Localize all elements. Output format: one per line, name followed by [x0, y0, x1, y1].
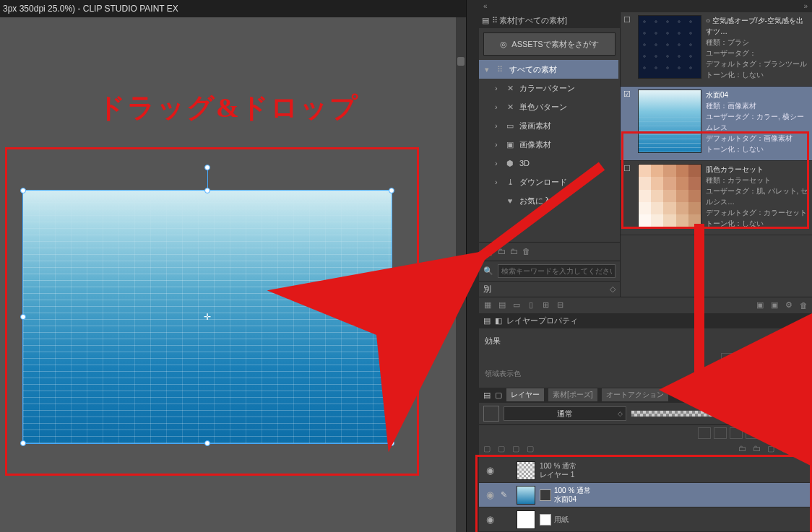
layer-action-icon[interactable]: ▢ [527, 444, 538, 454]
effect-icon[interactable] [793, 353, 806, 365]
folder-new-icon[interactable]: 🗀 [498, 247, 506, 256]
merge-icon[interactable]: ▢ [782, 444, 793, 454]
merge-icon[interactable]: ▢ [767, 444, 779, 454]
panel-icon: ◧ [495, 316, 502, 326]
layer-palette-button[interactable] [483, 406, 499, 422]
collapse-icon[interactable]: « [483, 2, 488, 10]
menu-icon[interactable]: ▤ [483, 316, 491, 326]
material-search-input[interactable] [498, 264, 616, 278]
resize-handle-br[interactable] [389, 440, 394, 446]
resize-handle-mr[interactable] [389, 314, 394, 320]
material-thumbnail-water: ✎ [638, 90, 701, 153]
resize-handle-bl[interactable] [20, 440, 26, 446]
trash-icon[interactable]: 🗑 [796, 444, 808, 454]
effect-icon[interactable] [779, 353, 792, 365]
tree-item-3d[interactable]: ›⬢3D [479, 154, 618, 173]
vertical-scrollbar[interactable] [456, 17, 466, 532]
grip-icon[interactable]: ⠿ [492, 16, 496, 25]
assets-search-button[interactable]: ◎ ASSETSで素材をさがす [483, 32, 616, 56]
new-layer-icon[interactable]: ▢ [498, 444, 509, 454]
collapse-icon-right[interactable]: » [803, 2, 808, 10]
effect-icon[interactable] [721, 353, 734, 365]
layer-lock-icon[interactable] [714, 427, 727, 439]
tree-root-all-materials[interactable]: ▾ ⠿ すべての素材 [479, 60, 618, 79]
resize-handle-bc[interactable] [204, 440, 210, 446]
layer-lock-icon[interactable] [730, 427, 743, 439]
tree-item-favorite[interactable]: ♥お気に入り [479, 191, 618, 210]
pattern-icon: ✕ [505, 83, 515, 93]
tree-item-color-pattern[interactable]: ›✕カラーパターン [479, 79, 618, 97]
transform-center-icon[interactable]: ✛ [203, 313, 212, 321]
opacity-value[interactable]: 100▸ [783, 406, 808, 421]
folder-icon[interactable]: 🗀 [510, 247, 518, 256]
dropdown-icon[interactable]: ◇ [610, 284, 616, 294]
resize-handle-tr[interactable] [389, 188, 394, 193]
visibility-eye-icon[interactable]: ◉ [483, 514, 496, 525]
tree-item-label: ダウンロード [519, 177, 567, 188]
placed-material-transform[interactable]: ✛ [23, 191, 392, 443]
search-icon: 🔍 [483, 266, 493, 276]
menu-icon[interactable]: ▤ [482, 16, 489, 25]
layer-lock-icon[interactable] [777, 427, 790, 439]
materials-panel-tab[interactable]: ▤ ⠿ 素材[すべての素材] [479, 12, 620, 28]
material-thumbnail [638, 15, 701, 79]
layer-lock-icon[interactable] [746, 427, 759, 439]
blend-mode-select[interactable]: 通常 [504, 406, 626, 421]
effect-icon[interactable] [764, 353, 777, 365]
layer-row-selected[interactable]: ◉ ✎ 100 % 通常 水面04 [479, 483, 812, 507]
tree-item-manga[interactable]: ›▭漫画素材 [479, 116, 618, 135]
view-icon[interactable]: ▤ [496, 300, 508, 310]
resize-handle-tl[interactable] [20, 188, 26, 193]
action-icon[interactable]: ▣ [754, 300, 766, 310]
trash-icon[interactable]: 🗑 [798, 301, 809, 310]
layer-row[interactable]: ◉ 100 % 通常 レイヤー 1 [479, 458, 812, 483]
tab-material-pose[interactable]: 素材[ポーズ] [548, 388, 597, 401]
material-checkbox[interactable]: ☐ [623, 164, 634, 229]
effect-icon[interactable] [750, 353, 763, 365]
layer-property-tab[interactable]: ▤ ◧ レイヤープロパティ [479, 313, 812, 328]
material-item[interactable]: ☐ 肌色カラーセット 種類：カラーセ [621, 161, 812, 235]
layer-color-indicator[interactable] [793, 427, 808, 440]
tree-item-mono-pattern[interactable]: ›✕単色パターン [479, 97, 618, 116]
visibility-eye-icon[interactable]: ◉ [483, 489, 496, 500]
resize-handle-ml[interactable] [20, 314, 26, 320]
resize-handle-tc[interactable] [204, 188, 210, 193]
layer-lock-icon[interactable] [698, 427, 711, 439]
canvas-area[interactable]: ドラッグ&ドロップ ✛ [0, 17, 466, 532]
tab-layers[interactable]: レイヤー [506, 388, 544, 401]
view-icon[interactable]: ▦ [482, 300, 493, 310]
folder-icon[interactable]: 🗀 [753, 444, 764, 454]
visibility-eye-icon[interactable]: ◉ [483, 465, 496, 476]
material-item-selected[interactable]: ☑ ✎ 水面04 種類：画像素材 ユーザータグ：カラー, 横シームレス デフォル… [621, 87, 812, 161]
layer-name: 水面04 [554, 495, 591, 504]
tree-item-image[interactable]: ›▣画像素材 [479, 135, 618, 154]
material-item[interactable]: ☐ ○ 空気感オーブ/夕-空気感を出すツ… 種類：ブラシ ユーザータグ： デフォ… [621, 12, 812, 87]
view-icon[interactable]: ⊞ [540, 300, 551, 310]
tab-auto-action[interactable]: オートアクション [602, 388, 668, 401]
new-layer-icon[interactable]: ▢ [483, 444, 495, 454]
view-icon[interactable]: ⊟ [554, 300, 566, 310]
layer-action-icon[interactable]: ▢ [512, 444, 524, 454]
gear-icon[interactable]: ⚙ [783, 300, 795, 310]
paste-icon[interactable]: 📋 [483, 247, 493, 256]
material-title: ○ 空気感オーブ/夕-空気感を出すツ… [706, 15, 809, 37]
tree-item-download[interactable]: ›⤓ダウンロード [479, 173, 618, 191]
rotate-handle[interactable] [204, 165, 210, 170]
action-icon[interactable]: ▣ [769, 300, 780, 310]
layer-lock-icon[interactable] [761, 427, 774, 439]
assets-icon: ◎ [500, 40, 507, 49]
layer-row[interactable]: ◉ 用紙 [479, 507, 812, 532]
panel-divider[interactable] [466, 0, 479, 532]
folder-icon[interactable]: 🗀 [738, 444, 750, 454]
material-tone: トーン化：しない [706, 69, 809, 80]
view-icon[interactable]: ▭ [511, 300, 522, 310]
material-checkbox[interactable]: ☐ [623, 15, 634, 80]
view-icon[interactable]: ▯ [525, 300, 537, 310]
material-tone: トーン化：しない [706, 144, 809, 154]
opacity-slider[interactable] [631, 410, 779, 417]
blend-mode-label: 通常 [557, 409, 573, 419]
menu-icon[interactable]: ▤ [483, 391, 491, 400]
material-checkbox-checked[interactable]: ☑ [623, 90, 634, 154]
effect-icon[interactable] [735, 353, 748, 365]
trash-icon[interactable]: 🗑 [522, 247, 530, 256]
